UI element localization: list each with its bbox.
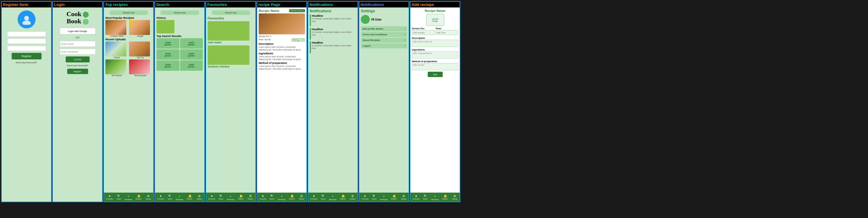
settings-nav-add[interactable]: ＋Add Recipe [380, 194, 388, 200]
dal-fry-thumb [129, 41, 150, 57]
search-result-1[interactable]: shahipaneer [156, 38, 180, 49]
nav-notifications[interactable]: 🔔 Notificat... [135, 194, 142, 200]
fav-item-tandoori[interactable]: Tandoori chicken [208, 45, 254, 68]
nav-settings[interactable]: ⚙ Settings [146, 194, 151, 200]
serves-col: Serves For: [412, 27, 435, 36]
search-bar[interactable]: Search bar [109, 10, 148, 15]
add-recipe-submit-button[interactable]: Add [428, 72, 443, 77]
settings-nav-notif[interactable]: 🔔Notificat... [391, 194, 398, 200]
settings-saved[interactable]: Saved Recipies › [361, 38, 407, 43]
search-bar-pill[interactable]: Search bar [160, 10, 199, 15]
screen-title-notifications-1: Notifications [308, 2, 358, 7]
recipe-header: Recipe Name Add Your Recipe [259, 9, 305, 12]
recipe-nav-notif[interactable]: 🔔Notificat... [289, 194, 296, 200]
ingredients-textarea[interactable] [412, 51, 458, 59]
notif-title-3: Headline [312, 41, 356, 44]
ingredients-text: Lorem ipsum dolor sit amet, consectetur … [259, 55, 305, 61]
login-button[interactable]: LOGIN [66, 57, 90, 62]
settings-nav-fav[interactable]: ♥Favourites [362, 194, 369, 200]
settings-edit-profile[interactable]: Edit profile details › [361, 26, 407, 31]
nav-label-notif: Notificat... [135, 198, 142, 200]
settings-nav-search[interactable]: 🔍Search [372, 194, 377, 200]
add-your-recipe-button[interactable]: Add Your Recipe [289, 9, 305, 12]
user-name: HI User [371, 18, 382, 21]
method-textarea[interactable] [412, 63, 458, 70]
favourites-heading: Favourites [208, 17, 254, 20]
search-nav-add[interactable]: ＋Add Recipe [176, 194, 183, 200]
recipe-item-dal-makhni[interactable]: Dal makhni [105, 59, 128, 76]
upload-image-button[interactable]: UploadImage [426, 14, 444, 26]
search-result-3[interactable]: shahipaneer [156, 49, 180, 60]
register-link-button[interactable]: Register [67, 69, 88, 74]
add-nav-add[interactable]: ＋Add Recipe [431, 194, 439, 200]
login-google-button[interactable]: Login with Google [60, 28, 96, 34]
fav-nav-search[interactable]: 🔍Search [219, 194, 223, 200]
notif-nav-fav[interactable]: ♥Favourites [311, 194, 317, 200]
nav-favourites[interactable]: ♥ Favourites [106, 194, 113, 200]
nav-search[interactable]: 🔍 Search [117, 194, 121, 200]
notif-nav-settings[interactable]: ⚙Settings [350, 194, 355, 200]
add-recipe-screen-wrapper: Add reciepe Recipe Name UploadImage Serv… [410, 1, 460, 202]
search-nav-settings[interactable]: ⚙Settings [196, 194, 202, 200]
search-result-4[interactable]: shahipaneer [180, 49, 203, 60]
settings-nav-settings[interactable]: ⚙Settings [401, 194, 406, 200]
recipe-nav-settings[interactable]: ⚙Settings [299, 194, 304, 200]
svg-point-1 [22, 21, 31, 25]
recent-heading: Recent Uploads [105, 38, 152, 41]
register-name-input[interactable] [7, 31, 46, 37]
notif-item-3: Headline or sit amet, consectetur adipis… [310, 41, 356, 53]
add-nav-fav[interactable]: ♥Favourites [413, 194, 420, 200]
password-input[interactable] [60, 49, 96, 55]
nav-add-recipe[interactable]: ＋ Add Recipe [125, 194, 132, 200]
recipe-item-dal-fry[interactable]: Dal Fry [129, 41, 152, 59]
recipe-item-chane[interactable]: Chane [105, 41, 128, 59]
notif-content-1: Headline or sit amet, consectetur adipis… [312, 14, 356, 23]
notif-nav-search[interactable]: 🔍Search [321, 194, 326, 200]
history-thumb-1[interactable] [156, 20, 175, 33]
notif-nav-notif[interactable]: 🔔Notificat... [340, 194, 346, 200]
favourites-content: Search bar Favourites Aalu mater Tandoor… [206, 7, 255, 201]
recipe-nav-add[interactable]: ＋Add Recipe [278, 194, 285, 200]
search-nav-notif[interactable]: 🔔Notificat... [187, 194, 193, 200]
terms-arrow: › [404, 33, 405, 36]
desc-textarea[interactable] [412, 40, 458, 47]
recipe-item-chicken[interactable]: Chicken Tikka [105, 20, 128, 37]
add-nav-notif[interactable]: 🔔Notificat... [442, 194, 448, 200]
chane-thumb [105, 41, 126, 57]
desc-heading: Description [259, 42, 305, 45]
recipe-nav-search[interactable]: 🔍Search [270, 194, 275, 200]
saved-arrow: › [404, 39, 405, 41]
search-result-2[interactable]: shahipaneer [180, 38, 203, 49]
serves-input[interactable] [412, 30, 435, 35]
recipe-item-burger[interactable]: Burger [129, 20, 152, 37]
notif-text-3: or sit amet, consectetur adipis n sem te… [312, 44, 356, 50]
fav-nav-settings[interactable]: ⚙Settings [248, 194, 253, 200]
add-nav-search[interactable]: 🔍Search [423, 194, 428, 200]
search-nav-fav[interactable]: ♥Favourites [157, 194, 164, 200]
register-email-input[interactable] [7, 38, 46, 44]
recipe-nav-fav[interactable]: ♥Favourites [259, 194, 267, 200]
email-input[interactable] [60, 41, 96, 47]
chicken-tikka-label: Chicken Tikka [105, 35, 128, 37]
bottom-nav: ♥ Favourites 🔍 Search ＋ Add Recipe 🔔 Not… [104, 193, 153, 201]
screen-title-top-recipes: Top recipies [104, 2, 153, 7]
edit-profile-label: Edit profile details [363, 28, 383, 30]
fav-nav-notif[interactable]: 🔔Notificat... [238, 194, 244, 200]
search-results-grid: shahipaneer shahipaneer shahipaneer shah… [156, 38, 203, 71]
search-nav-search[interactable]: 🔍Search [167, 194, 172, 200]
search-result-6[interactable]: shahipaneer [180, 60, 203, 71]
fav-item-aalu[interactable]: Aalu mater [208, 21, 254, 44]
fav-search-bar[interactable]: Search bar [212, 10, 250, 15]
register-password-input[interactable] [7, 46, 46, 51]
fav-nav-add[interactable]: ＋Add Recipe [227, 194, 235, 200]
search-result-5[interactable]: shahipaneer [156, 60, 180, 71]
settings-logout[interactable]: Logout › [361, 43, 407, 49]
notif-nav-add[interactable]: ＋Add Recipe [329, 194, 337, 200]
add-nav-settings[interactable]: ⚙Settings [452, 194, 457, 200]
settings-terms[interactable]: Terms and conditions › [361, 32, 407, 37]
time-col: Time: [435, 27, 458, 36]
recipe-item-shahi[interactable]: Shahi paneer [129, 59, 152, 76]
time-input[interactable] [435, 30, 458, 35]
register-submit-button[interactable]: Register [12, 53, 41, 59]
fav-nav-fav[interactable]: ♥Favourites [209, 194, 215, 200]
